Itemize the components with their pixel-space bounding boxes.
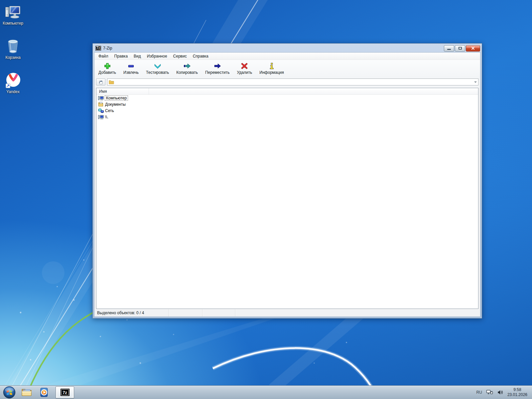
toolbar-label: Тестировать [146, 70, 169, 75]
windows-start-icon [3, 386, 16, 399]
menu-file[interactable]: Файл [95, 53, 111, 60]
move-button[interactable]: Переместить [201, 61, 233, 76]
network-tray-icon[interactable] [486, 389, 493, 395]
test-icon [153, 62, 162, 70]
test-button[interactable]: Тестировать [142, 61, 173, 76]
toolbar-label: Копировать [176, 70, 198, 75]
status-bar: Выделено объектов: 0 / 4 [94, 309, 480, 317]
list-item-name: \\. [105, 115, 108, 119]
delete-icon [240, 62, 249, 70]
volume-icon[interactable] [497, 390, 503, 395]
list-item-name: Документы [105, 102, 126, 107]
address-bar [94, 77, 480, 88]
yandex-browser-icon [5, 71, 21, 88]
add-button[interactable]: Добавить [95, 61, 120, 76]
clock-time: 9:58 [507, 387, 527, 392]
media-player-icon [39, 387, 50, 398]
extract-icon [127, 62, 135, 70]
menu-tools[interactable]: Сервис [170, 53, 190, 60]
tray-clock[interactable]: 9:58 23.01.2026 [507, 387, 527, 397]
minimize-icon [447, 49, 451, 50]
menu-view[interactable]: Вид [131, 53, 144, 60]
list-item-name: Сеть [105, 108, 114, 113]
start-button[interactable] [3, 386, 16, 399]
status-selected-count: Выделено объектов: 0 / 4 [94, 309, 169, 317]
recycle-bin-icon [5, 37, 21, 54]
window-client-area: Файл Правка Вид Избранное Сервис Справка… [94, 52, 480, 317]
explorer-folder-icon [21, 387, 32, 397]
up-one-level-button[interactable] [96, 78, 105, 85]
status-cell [202, 309, 235, 317]
info-icon [267, 62, 276, 70]
list-item-computer[interactable]: Компьютер [96, 95, 478, 101]
info-button[interactable]: Информация [256, 61, 287, 76]
column-header-spacer [149, 88, 478, 94]
shortcut-arrow-overlay [6, 84, 10, 88]
computer-icon [98, 95, 104, 101]
toolbar-label: Удалить [237, 70, 252, 75]
maximize-button[interactable] [455, 45, 465, 52]
7zip-taskbar-icon: 7z [61, 389, 69, 396]
address-combobox[interactable] [107, 78, 478, 85]
menu-edit[interactable]: Правка [111, 53, 131, 60]
list-item-network[interactable]: Сеть [96, 107, 478, 114]
chevron-down-icon [474, 81, 477, 83]
menu-favorites[interactable]: Избранное [144, 53, 170, 60]
move-icon [213, 62, 222, 70]
language-indicator[interactable]: RU [476, 390, 482, 395]
close-icon [471, 47, 475, 50]
list-column-header: Имя [96, 88, 478, 95]
desktop-icon-label: Корзина [5, 55, 21, 60]
taskbar-explorer-button[interactable] [18, 386, 36, 399]
list-item-network-path[interactable]: \\. [96, 114, 478, 120]
minimize-button[interactable] [444, 45, 454, 52]
desktop-icon-recycle-bin[interactable]: Корзина [1, 37, 25, 60]
folder-icon [109, 80, 114, 84]
7zip-window: 7z 7-Zip Файл Правка Вид Избранное Серви… [92, 43, 482, 319]
network-icon [98, 108, 104, 113]
list-item-documents[interactable]: Документы [96, 101, 478, 107]
desktop-icon-computer[interactable]: Компьютер [1, 3, 25, 26]
documents-folder-icon [98, 102, 104, 107]
toolbar: Добавить Извлечь Тестировать [94, 60, 480, 77]
desktop-icon-label: Yandex [6, 89, 20, 94]
window-title: 7-Zip [103, 46, 112, 51]
7zip-app-icon: 7z [95, 46, 101, 51]
copy-icon [183, 62, 192, 70]
desktop-icon-list: Компьютер Корзина [1, 3, 25, 105]
maximize-icon [459, 47, 462, 50]
column-header-name[interactable]: Имя [96, 88, 149, 94]
status-cell [169, 309, 202, 317]
delete-button[interactable]: Удалить [233, 61, 256, 76]
toolbar-label: Переместить [205, 70, 230, 75]
menu-help[interactable]: Справка [190, 53, 211, 60]
computer-icon [98, 114, 104, 120]
desktop-icon-yandex[interactable]: Yandex [1, 71, 25, 94]
address-dropdown-button[interactable] [472, 79, 478, 85]
file-list-panel: Имя Компьютер [96, 88, 478, 309]
titlebar[interactable]: 7z 7-Zip [93, 44, 482, 52]
taskbar: 7z RU 9:58 23.01.2026 [0, 385, 532, 399]
taskbar-media-player-button[interactable] [36, 386, 54, 399]
list-item-name: Компьютер [105, 96, 128, 100]
toolbar-label: Извлечь [123, 70, 139, 75]
status-cell [235, 309, 480, 317]
menubar: Файл Правка Вид Избранное Сервис Справка [94, 53, 480, 60]
toolbar-label: Информация [259, 70, 284, 75]
add-icon [103, 62, 112, 70]
copy-button[interactable]: Копировать [173, 61, 201, 76]
taskbar-7zip-button[interactable]: 7z [56, 386, 74, 398]
clock-date: 23.01.2026 [507, 392, 527, 397]
folder-up-icon [98, 79, 103, 84]
computer-icon [5, 3, 21, 20]
system-tray: RU 9:58 23.01.2026 [476, 386, 532, 399]
desktop-icon-label: Компьютер [3, 21, 23, 26]
extract-button[interactable]: Извлечь [120, 61, 142, 76]
toolbar-label: Добавить [98, 70, 116, 75]
file-list: Компьютер Документы [96, 95, 478, 120]
close-button[interactable] [466, 45, 480, 52]
window-controls [444, 45, 480, 52]
